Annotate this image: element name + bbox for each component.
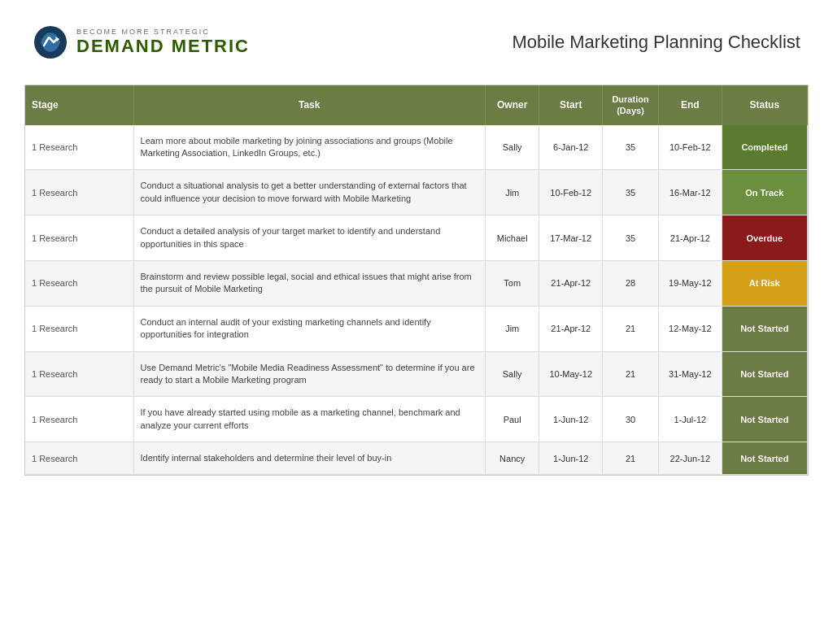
cell-owner: Nancy (485, 442, 539, 475)
cell-end: 10-Feb-12 (659, 125, 722, 170)
table-row: 1 ResearchConduct a situational analysis… (25, 170, 808, 215)
cell-task: Conduct a situational analysis to get a … (133, 170, 485, 215)
col-header-stage: Stage (25, 85, 133, 125)
cell-status: At Risk (722, 260, 807, 306)
cell-owner: Michael (485, 215, 539, 261)
cell-start: 1-Jun-12 (539, 397, 603, 442)
cell-start: 1-Jun-12 (539, 442, 603, 475)
cell-start: 21-Apr-12 (539, 306, 603, 351)
cell-stage: 1 Research (25, 125, 133, 170)
cell-task: Identify internal stakeholders and deter… (133, 442, 485, 475)
page-header: Become More Strategic DEMAND METRIC Mobi… (16, 16, 817, 68)
cell-owner: Paul (485, 397, 539, 442)
col-header-end: End (659, 85, 722, 125)
checklist-table-container: Stage Task Owner Start Duration(Days) En… (24, 85, 809, 476)
cell-stage: 1 Research (25, 306, 133, 351)
cell-stage: 1 Research (25, 351, 133, 397)
logo-area: Become More Strategic DEMAND METRIC (33, 24, 250, 60)
table-row: 1 ResearchConduct a detailed analysis of… (25, 215, 808, 261)
cell-duration: 35 (603, 215, 659, 261)
cell-end: 12-May-12 (659, 306, 722, 351)
cell-start: 10-Feb-12 (539, 170, 603, 215)
logo-text: Become More Strategic DEMAND METRIC (76, 28, 250, 57)
table-row: 1 ResearchBrainstorm and review possible… (25, 260, 808, 306)
cell-stage: 1 Research (25, 397, 133, 442)
table-header-row: Stage Task Owner Start Duration(Days) En… (25, 85, 808, 125)
cell-start: 21-Apr-12 (539, 260, 603, 306)
cell-duration: 21 (603, 351, 659, 397)
demand-metric-logo-icon (33, 24, 68, 60)
cell-stage: 1 Research (25, 442, 133, 475)
col-header-duration: Duration(Days) (603, 85, 659, 125)
table-row: 1 ResearchIf you have already started us… (25, 397, 808, 442)
col-header-status: Status (722, 85, 807, 125)
cell-owner: Jim (485, 170, 539, 215)
cell-end: 16-Mar-12 (659, 170, 722, 215)
cell-stage: 1 Research (25, 260, 133, 306)
cell-start: 10-May-12 (539, 351, 603, 397)
table-row: 1 ResearchLearn more about mobile market… (25, 125, 808, 170)
checklist-table: Stage Task Owner Start Duration(Days) En… (25, 85, 808, 475)
table-row: 1 ResearchUse Demand Metric's "Mobile Me… (25, 351, 808, 397)
cell-status: Completed (722, 125, 807, 170)
cell-status: On Track (722, 170, 807, 215)
cell-status: Overdue (722, 215, 807, 261)
cell-owner: Tom (485, 260, 539, 306)
cell-duration: 21 (603, 442, 659, 475)
cell-status: Not Started (722, 306, 807, 351)
cell-duration: 28 (603, 260, 659, 306)
cell-owner: Sally (485, 125, 539, 170)
logo-tagline: Become More Strategic (76, 28, 250, 36)
table-row: 1 ResearchConduct an internal audit of y… (25, 306, 808, 351)
cell-duration: 30 (603, 397, 659, 442)
cell-status: Not Started (722, 351, 807, 397)
cell-status: Not Started (722, 397, 807, 442)
cell-duration: 35 (603, 125, 659, 170)
cell-end: 31-May-12 (659, 351, 722, 397)
cell-start: 6-Jan-12 (539, 125, 603, 170)
cell-task: Conduct a detailed analysis of your targ… (133, 215, 485, 261)
cell-start: 17-Mar-12 (539, 215, 603, 261)
page-title: Mobile Marketing Planning Checklist (512, 32, 800, 53)
cell-end: 19-May-12 (659, 260, 722, 306)
cell-stage: 1 Research (25, 215, 133, 261)
logo-name: DEMAND METRIC (76, 36, 250, 57)
cell-status: Not Started (722, 442, 807, 475)
cell-end: 21-Apr-12 (659, 215, 722, 261)
cell-task: Conduct an internal audit of your existi… (133, 306, 485, 351)
cell-end: 1-Jul-12 (659, 397, 722, 442)
cell-owner: Jim (485, 306, 539, 351)
cell-end: 22-Jun-12 (659, 442, 722, 475)
cell-duration: 35 (603, 170, 659, 215)
cell-stage: 1 Research (25, 170, 133, 215)
cell-task: Learn more about mobile marketing by joi… (133, 125, 485, 170)
table-row: 1 ResearchIdentify internal stakeholders… (25, 442, 808, 475)
cell-task: Use Demand Metric's "Mobile Media Readin… (133, 351, 485, 397)
col-header-start: Start (539, 85, 603, 125)
col-header-owner: Owner (485, 85, 539, 125)
cell-owner: Sally (485, 351, 539, 397)
col-header-task: Task (133, 85, 485, 125)
cell-task: If you have already started using mobile… (133, 397, 485, 442)
cell-task: Brainstorm and review possible legal, so… (133, 260, 485, 306)
cell-duration: 21 (603, 306, 659, 351)
